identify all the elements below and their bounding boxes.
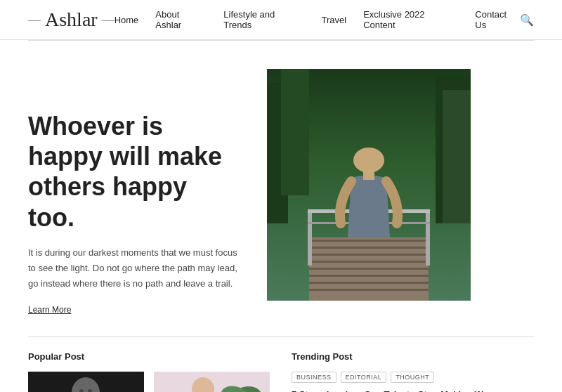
trending-label: Trending Post [292,351,534,362]
hero-title: Whoever is happy will make others happy … [28,111,239,233]
logo-text: Ashlar [45,8,98,31]
hero-description: It is during our darkest moments that we… [28,245,239,292]
svg-rect-14 [308,209,312,266]
popular-post-image-1 [28,372,144,392]
hero-image-container [267,69,485,303]
svg-rect-13 [309,289,429,291]
site-header: — Ashlar — Home About Ashlar Lifestyle a… [0,0,562,40]
logo-dash-right: — [102,13,115,27]
popular-post-section: Popular Post [28,351,270,392]
hero-text-block: Whoever is happy will make others happy … [28,69,239,315]
popular-grid [28,372,270,392]
popular-post-image-2 [154,372,270,392]
tag-business[interactable]: BUSINESS [292,372,336,383]
nav-lifestyle[interactable]: Lifestyle and Trends [223,9,304,30]
nav-home[interactable]: Home [115,15,139,25]
hero-learn-more-link[interactable]: Learn More [28,305,71,315]
site-logo: — Ashlar — [28,8,115,31]
svg-rect-9 [309,261,429,263]
svg-rect-2 [281,69,309,195]
nav-contact[interactable]: Contact Us [475,9,520,30]
nav-travel[interactable]: Travel [321,15,346,25]
tag-editorial[interactable]: EDITORIAL [341,372,387,383]
nav-exclusive[interactable]: Exclusive 2022 Content [363,9,458,30]
main-nav: Home About Ashlar Lifestyle and Trends T… [115,9,520,30]
popular-post-card-2[interactable] [154,372,271,392]
svg-rect-12 [309,282,429,284]
svg-rect-10 [309,268,429,270]
trending-tags: BUSINESS EDITORIAL THOUGHT [292,372,534,383]
posts-section: Popular Post [0,337,562,392]
trending-post-section: Trending Post BUSINESS EDITORIAL THOUGHT… [292,351,534,392]
popular-label: Popular Post [28,351,270,362]
svg-rect-15 [426,209,430,266]
hero-image [267,69,471,301]
svg-rect-4 [443,90,471,223]
search-icon: 🔍 [520,14,534,26]
tag-thought[interactable]: THOUGHT [391,372,434,383]
nav-about[interactable]: About Ashlar [155,9,207,30]
popular-post-card-1[interactable] [28,372,145,392]
svg-rect-7 [309,247,429,249]
logo-dash-left: — [28,13,41,27]
svg-rect-20 [363,167,374,180]
svg-rect-8 [309,254,429,256]
search-button[interactable]: 🔍 [520,13,534,27]
hero-section: Whoever is happy will make others happy … [0,41,562,337]
svg-rect-6 [309,240,429,242]
svg-rect-11 [309,275,429,277]
trending-title[interactable]: 7 Steps Leaders Can Take to Stop Making … [292,388,534,392]
